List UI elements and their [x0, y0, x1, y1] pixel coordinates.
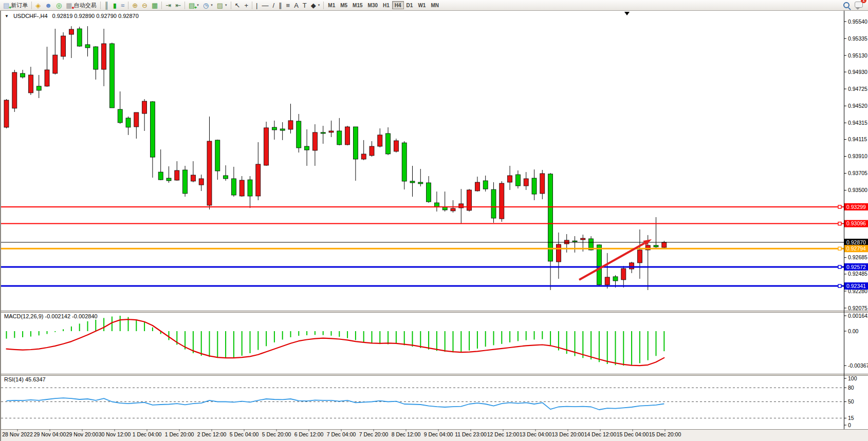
fibonacci-icon: ≡ [286, 2, 290, 9]
zoom-out-icon: ⊖ [142, 2, 147, 9]
svg-text:0.94930: 0.94930 [848, 69, 867, 75]
chart-shift-button[interactable]: ⇤ [173, 1, 183, 10]
chevron-down-icon[interactable]: ▾ [318, 3, 320, 7]
chat-button[interactable]: 1 [855, 1, 863, 10]
timeframe-d1-button[interactable]: D1 [404, 1, 416, 9]
new-chart-icon: ▤+ [189, 2, 195, 9]
timeframe-h4-button[interactable]: H4 [392, 1, 404, 9]
timeframe-m15-button[interactable]: M15 [350, 1, 365, 9]
candle [175, 170, 179, 180]
auto-scroll-button[interactable]: ⇥ [163, 1, 173, 10]
candle [142, 101, 147, 113]
svg-text:0.93096: 0.93096 [846, 220, 866, 226]
svg-text:1 Dec 04:00: 1 Dec 04:00 [133, 431, 162, 437]
timeframe-h1-button[interactable]: H1 [380, 1, 392, 9]
candle [224, 176, 228, 179]
candle [297, 121, 301, 148]
horizontal-line-button[interactable]: — [260, 1, 270, 10]
candle [418, 182, 423, 184]
zoom-in-button[interactable]: ⊕ [130, 1, 140, 10]
price-axis[interactable]: 0.955400.953350.951300.949300.947250.945… [844, 11, 868, 429]
candle [467, 190, 472, 210]
candle [272, 127, 276, 130]
svg-text:0.94115: 0.94115 [848, 136, 867, 142]
trendline-button[interactable]: / [270, 1, 276, 10]
candle [215, 140, 220, 171]
template-button[interactable]: ▨▾ [215, 1, 229, 10]
channel-button[interactable]: ∥ [276, 1, 284, 10]
label-button[interactable]: T [301, 1, 309, 10]
search-icon[interactable] [843, 2, 849, 8]
svg-text:0.93299: 0.93299 [846, 204, 866, 210]
line-chart-button[interactable]: ≈ [119, 1, 126, 10]
level-handle[interactable] [838, 205, 841, 208]
gold-icon[interactable]: ◈ [33, 1, 43, 10]
autotrade-icon: ▦● [66, 2, 72, 9]
candle-chart-button[interactable]: ▮ [111, 1, 119, 10]
svg-text:0.93705: 0.93705 [848, 170, 867, 176]
toolbar-separator [252, 2, 252, 9]
shapes-icon: ◆ [311, 2, 316, 9]
svg-text:14 Dec 12:00: 14 Dec 12:00 [584, 431, 617, 437]
new-order-button[interactable]: ▤+新订单 [1, 1, 30, 10]
fibonacci-button[interactable]: ≡ [284, 1, 292, 10]
chevron-down-icon[interactable]: ▾ [197, 3, 199, 7]
candle [451, 208, 455, 211]
candle [321, 132, 325, 133]
crosshair-button[interactable]: + [242, 1, 250, 10]
shapes-button[interactable]: ◆▾ [309, 1, 322, 10]
chart-canvas: 0.955400.953350.951300.949300.947250.945… [1, 11, 868, 441]
signal-icon[interactable]: ◎ [54, 1, 64, 10]
timeframe-m5-button[interactable]: M5 [338, 1, 350, 9]
level-handle[interactable] [838, 222, 841, 225]
svg-text:0.92794: 0.92794 [846, 245, 866, 252]
tile-windows-icon: ▦ [152, 2, 158, 9]
pane-separator-macd[interactable] [1, 311, 868, 313]
chevron-down-icon[interactable]: ▾ [225, 3, 227, 7]
toolbar-separator [31, 2, 32, 9]
community-icon[interactable]: ☻ [43, 1, 54, 10]
svg-text:29 Nov 20:00: 29 Nov 20:00 [66, 431, 99, 437]
symbol-list-icon[interactable]: ▼ [5, 14, 9, 18]
autotrade-button[interactable]: ▦●自动交易 [64, 1, 98, 10]
vertical-line-button[interactable]: | [254, 1, 260, 10]
signal-icon-icon: ◎ [56, 2, 62, 9]
candle [532, 178, 537, 194]
timeframe-mn-button[interactable]: MN [428, 1, 441, 9]
candle [524, 179, 528, 186]
candle [4, 100, 9, 127]
level-handle[interactable] [838, 247, 841, 250]
svg-text:30 Nov 12:00: 30 Nov 12:00 [99, 431, 131, 437]
svg-text:0.92485: 0.92485 [848, 271, 867, 277]
timeframe-m30-button[interactable]: M30 [365, 1, 380, 9]
candle [345, 127, 350, 145]
zoom-out-button[interactable]: ⊖ [140, 1, 150, 10]
svg-text:0.00: 0.00 [848, 328, 859, 334]
level-handle[interactable] [838, 284, 841, 287]
tile-windows-button[interactable]: ▦ [150, 1, 160, 10]
svg-text:0.95130: 0.95130 [848, 52, 867, 59]
timeframe-m1-button[interactable]: M1 [325, 1, 338, 9]
chevron-down-icon[interactable]: ▾ [211, 3, 213, 7]
candle [605, 277, 610, 285]
gold-icon-icon: ◈ [35, 2, 41, 9]
svg-text:0.94725: 0.94725 [848, 86, 867, 92]
text-icon: A [294, 2, 299, 9]
bars-chart-button[interactable]: ║ [102, 1, 111, 10]
svg-text:29 Nov 04:00: 29 Nov 04:00 [34, 431, 66, 437]
level-handle[interactable] [838, 265, 841, 269]
timeframe-w1-button[interactable]: W1 [415, 1, 428, 9]
cursor-button[interactable]: ↖ [233, 1, 243, 10]
text-button[interactable]: A [292, 1, 301, 10]
line-chart-icon: ≈ [121, 2, 124, 9]
svg-text:0.94315: 0.94315 [848, 120, 867, 126]
candle-chart-icon: ▮ [113, 2, 117, 9]
candle [662, 242, 667, 247]
new-chart-button[interactable]: ▤+▾ [187, 1, 201, 10]
svg-text:0.92572: 0.92572 [846, 264, 866, 270]
candle [207, 141, 212, 205]
period-button[interactable]: ◷▾ [201, 1, 215, 10]
pane-separator-rsi[interactable] [1, 374, 868, 376]
svg-text:13 Dec 04:00: 13 Dec 04:00 [520, 431, 552, 437]
candle [581, 238, 585, 240]
